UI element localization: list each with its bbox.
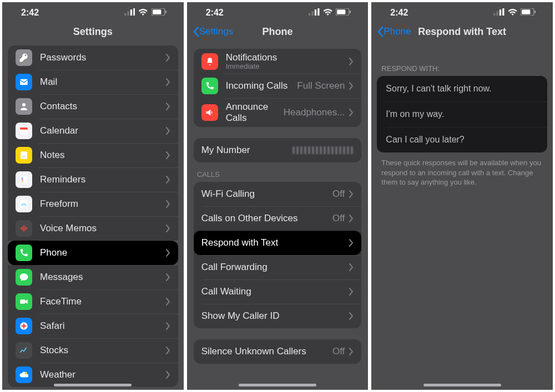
row-label: Notifications [226,52,350,63]
settings-row-notes[interactable]: Notes [8,143,178,167]
key-icon [16,49,32,66]
settings-row-messages[interactable]: Messages [8,265,178,289]
page-title: Respond with Text [418,26,506,38]
response-field-2[interactable]: Can I call you later? [377,127,547,152]
page-title: Settings [73,26,113,38]
status-icons [124,8,167,18]
svg-point-16 [22,179,23,180]
row-value: Off [332,213,345,224]
calls-row-show-my-caller-id[interactable]: Show My Caller ID [194,304,362,328]
svg-rect-3 [133,8,135,16]
svg-rect-14 [20,176,28,184]
svg-rect-30 [496,11,498,16]
svg-rect-1 [127,11,129,16]
calls-row-wi-fi-calling[interactable]: Wi-Fi CallingOff [194,182,362,206]
person-icon [16,98,32,115]
nav-bar: Settings Phone [187,18,369,45]
row-label: Freeform [40,198,166,210]
svg-rect-6 [165,11,166,13]
phone-row-announce-calls[interactable]: Announce CallsHeadphones... [194,98,362,127]
row-sub: Immediate [226,62,350,70]
settings-row-passwords[interactable]: Passwords [8,45,178,70]
svg-rect-9 [20,128,28,135]
row-silence-unknown-callers[interactable]: Silence Unknown CallersOff [194,339,362,364]
calls-row-calls-on-other-devices[interactable]: Calls on Other DevicesOff [194,206,362,231]
settings-row-freeform[interactable]: Freeform [8,192,178,216]
response-field-0[interactable]: Sorry, I can't talk right now. [377,76,547,101]
svg-rect-28 [350,11,351,13]
home-indicator[interactable] [423,384,501,386]
settings-row-calendar[interactable]: Calendar [8,119,178,143]
row-label: Calls on Other Devices [201,213,332,224]
chevron-right-icon [166,54,170,62]
back-button[interactable]: Settings [193,26,233,37]
freeform-icon [16,196,32,212]
calls-row-call-forwarding[interactable]: Call Forwarding [194,255,362,279]
status-icons [493,8,536,18]
svg-rect-25 [318,8,320,16]
settings-row-phone[interactable]: Phone [8,241,178,265]
settings-row-safari[interactable]: Safari [8,314,178,338]
svg-rect-5 [153,9,161,14]
chevron-right-icon [166,371,170,379]
status-bar: 2:42 [371,2,553,18]
chevron-right-icon [349,109,354,116]
phone-row-notifications[interactable]: NotificationsImmediate [194,49,362,74]
row-label: Contacts [40,101,166,112]
row-label: My Number [201,145,293,156]
row-value: Off [332,189,345,200]
calendar-icon [16,123,32,139]
svg-rect-7 [20,79,28,85]
phone-row-incoming-calls[interactable]: Incoming CallsFull Screen [194,74,362,98]
row-label: Respond with Text [201,237,350,248]
bell-icon [201,53,218,70]
calls-row-respond-with-text[interactable]: Respond with Text [194,231,362,255]
svg-point-8 [22,103,26,106]
settings-row-facetime[interactable]: FaceTime [8,289,178,314]
settings-row-contacts[interactable]: Contacts [8,94,178,119]
svg-rect-31 [500,9,501,16]
home-indicator[interactable] [239,384,316,386]
settings-row-weather[interactable]: Weather [8,363,178,387]
row-label: Weather [40,369,166,380]
row-label: Calendar [40,125,166,136]
my-number-row[interactable]: My Number [194,138,362,162]
home-indicator[interactable] [54,384,132,386]
phone-settings-screen: 2:42 Settings Phone NotificationsImmedia… [187,2,369,390]
settings-row-reminders[interactable]: Reminders [8,167,178,192]
cellular-icon [493,8,504,18]
chevron-right-icon [166,200,170,208]
svg-rect-4 [152,8,165,16]
settings-row-voice-memos[interactable]: Voice Memos [8,216,178,241]
back-button[interactable]: Phone [377,26,411,37]
chevron-right-icon [166,225,170,232]
envelope-icon [16,74,32,90]
svg-rect-32 [502,8,504,16]
chevron-left-icon [193,26,199,37]
chevron-right-icon [349,263,354,271]
chevron-right-icon [166,78,170,86]
row-label: Messages [40,272,166,283]
back-label: Settings [199,26,233,37]
calls-header: CALLS [187,162,369,182]
compass-icon [16,318,32,334]
battery-icon [521,8,536,18]
row-label: Incoming Calls [226,80,297,91]
settings-row-mail[interactable]: Mail [8,70,178,94]
calls-row-call-waiting[interactable]: Call Waiting [194,279,362,304]
cellular-icon [124,8,135,18]
svg-rect-24 [315,9,316,16]
row-value: Off [332,346,345,357]
svg-rect-23 [312,11,314,16]
row-label: Call Waiting [201,286,350,297]
row-label: Mail [40,77,166,88]
svg-rect-22 [309,13,310,16]
settings-row-stocks[interactable]: Stocks [8,338,178,363]
chevron-left-icon [377,26,384,37]
response-field-1[interactable]: I'm on my way. [377,101,547,127]
message-icon [16,269,32,286]
row-label: Silence Unknown Callers [201,346,332,357]
chevron-right-icon [166,103,170,110]
chevron-right-icon [349,312,354,320]
row-label: FaceTime [40,296,166,307]
